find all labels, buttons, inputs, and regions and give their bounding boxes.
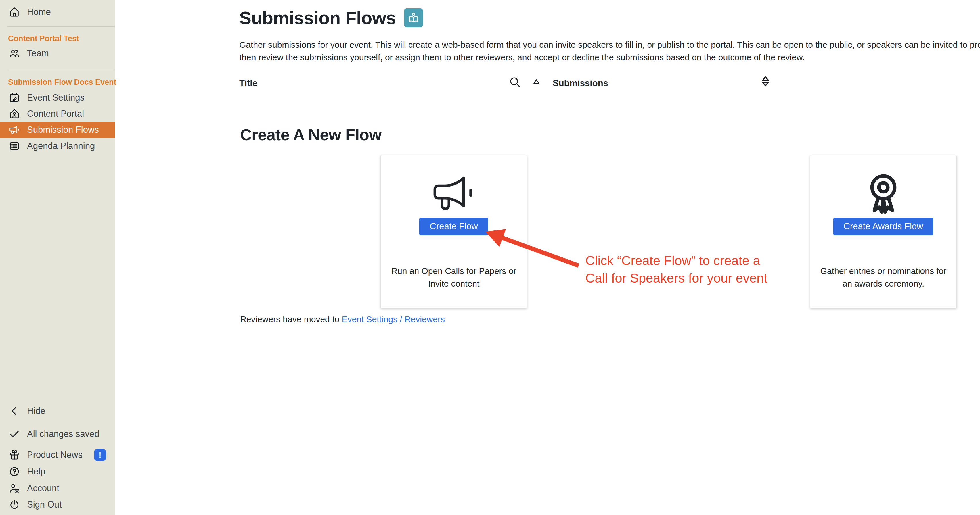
reviewers-note: Reviewers have moved to Event Settings /… <box>240 314 445 324</box>
sidebar-item-label: Home <box>27 7 51 17</box>
divider <box>7 71 115 71</box>
page-header: Submission Flows <box>239 8 423 28</box>
check-icon <box>9 428 20 440</box>
sidebar-item-label: Team <box>27 48 49 59</box>
event-section-label: Submission Flow Docs Event <box>0 78 115 87</box>
sidebar-item-label: Account <box>27 483 59 493</box>
reviewers-settings-link[interactable]: Event Settings / Reviewers <box>342 314 445 324</box>
sidebar-item-product-news[interactable]: Product News ! <box>0 447 115 463</box>
megaphone-icon <box>9 124 20 136</box>
flows-table-header: Title Submissions <box>115 73 980 93</box>
column-header-title[interactable]: Title <box>239 78 258 89</box>
agenda-list-icon <box>9 140 20 152</box>
page-description: Gather submissions for your event. This … <box>239 38 980 63</box>
sidebar: Home Content Portal Test Team Submission… <box>0 0 115 515</box>
reader-icon <box>407 11 420 24</box>
user-gear-icon <box>9 483 20 494</box>
team-icon <box>9 48 20 59</box>
sidebar-item-content-portal[interactable]: Content Portal <box>0 106 115 122</box>
sidebar-item-account[interactable]: Account <box>0 480 115 497</box>
sidebar-item-label: Product News <box>27 450 83 460</box>
chevron-left-icon <box>9 405 20 417</box>
create-flow-heading: Create A New Flow <box>240 125 381 144</box>
megaphone-icon <box>430 170 478 216</box>
help-icon <box>9 466 20 477</box>
sidebar-item-submission-flows[interactable]: Submission Flows <box>0 122 115 138</box>
sidebar-footer: Hide All changes saved <box>0 403 115 515</box>
save-status: All changes saved <box>0 426 115 442</box>
search-icon[interactable] <box>508 76 522 89</box>
reviewers-note-text: Reviewers have moved to <box>240 314 342 324</box>
docs-badge[interactable] <box>404 8 423 27</box>
sidebar-item-sign-out[interactable]: Sign Out <box>0 497 115 513</box>
submission-flows-page: Home Content Portal Test Team Submission… <box>0 0 980 515</box>
sidebar-item-label: Hide <box>27 406 45 416</box>
calendar-edit-icon <box>9 92 20 103</box>
sidebar-item-label: Event Settings <box>27 92 84 103</box>
sidebar-item-label: Help <box>27 466 45 477</box>
column-header-submissions[interactable]: Submissions <box>553 78 608 89</box>
create-awards-flow-card-description: Gather entries or nominations for an awa… <box>817 265 950 290</box>
house-user-icon <box>9 108 20 120</box>
create-awards-flow-button[interactable]: Create Awards Flow <box>834 217 934 235</box>
workspace-section-label: Content Portal Test <box>0 34 115 43</box>
sidebar-item-label: Sign Out <box>27 499 62 510</box>
sidebar-item-help[interactable]: Help <box>0 463 115 480</box>
home-icon <box>9 6 20 18</box>
sidebar-item-home[interactable]: Home <box>0 4 115 20</box>
save-status-label: All changes saved <box>27 429 100 439</box>
sidebar-item-agenda-planning[interactable]: Agenda Planning <box>0 138 115 154</box>
sidebar-item-label: Submission Flows <box>27 125 99 135</box>
sidebar-item-label: Agenda Planning <box>27 141 95 151</box>
gift-icon <box>9 449 20 461</box>
sidebar-item-event-settings[interactable]: Event Settings <box>0 90 115 106</box>
annotation-arrow-icon <box>476 222 585 271</box>
annotation-line-2: Call for Speakers for your event <box>585 269 767 287</box>
annotation-text: Click “Create Flow” to create a Call for… <box>585 252 767 287</box>
sort-toggle-icon[interactable] <box>759 74 772 88</box>
main-content: Submission Flows Gather submissions for … <box>115 0 980 515</box>
award-icon <box>862 170 905 216</box>
power-icon <box>9 499 20 510</box>
create-awards-flow-card: Create Awards Flow Gather entries or nom… <box>810 155 957 308</box>
sort-ascending-icon[interactable] <box>531 77 541 87</box>
product-news-badge: ! <box>94 449 106 461</box>
page-title: Submission Flows <box>239 8 396 28</box>
hide-sidebar-button[interactable]: Hide <box>0 403 115 419</box>
sidebar-item-team[interactable]: Team <box>0 45 115 62</box>
sidebar-item-label: Content Portal <box>27 109 84 119</box>
annotation-line-1: Click “Create Flow” to create a <box>585 252 767 269</box>
